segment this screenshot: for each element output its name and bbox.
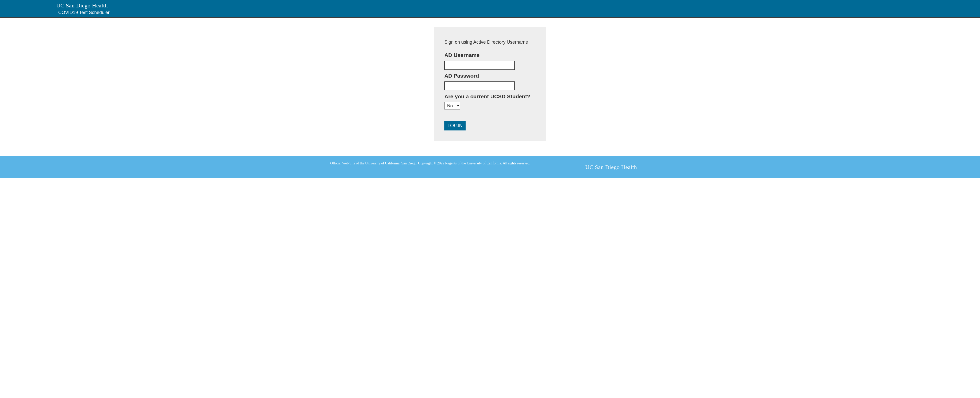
header: UC San Diego Health COVID19 Test Schedul… — [0, 0, 980, 17]
footer-inner: Official Web Site of the University of C… — [331, 161, 650, 171]
login-box: Sign on using Active Directory Username … — [434, 27, 546, 141]
password-label: AD Password — [444, 73, 536, 79]
student-label: Are you a current UCSD Student? — [444, 94, 536, 100]
login-button[interactable]: LOGIN — [444, 121, 466, 130]
header-subtitle: COVID19 Test Scheduler — [56, 10, 358, 15]
header-logo: UC San Diego Health — [56, 2, 358, 9]
main-content: Sign on using Active Directory Username … — [0, 17, 980, 146]
sign-on-instruction: Sign on using Active Directory Username — [444, 40, 536, 45]
footer-copyright: Official Web Site of the University of C… — [331, 161, 530, 165]
username-input[interactable] — [444, 61, 515, 70]
username-label: AD Username — [444, 52, 536, 58]
divider — [340, 151, 640, 151]
student-select[interactable]: No Yes — [444, 102, 460, 109]
header-inner: UC San Diego Health COVID19 Test Schedul… — [54, 2, 360, 15]
password-input[interactable] — [444, 81, 515, 90]
footer-logo: UC San Diego Health — [585, 164, 637, 171]
footer: Official Web Site of the University of C… — [0, 156, 980, 178]
